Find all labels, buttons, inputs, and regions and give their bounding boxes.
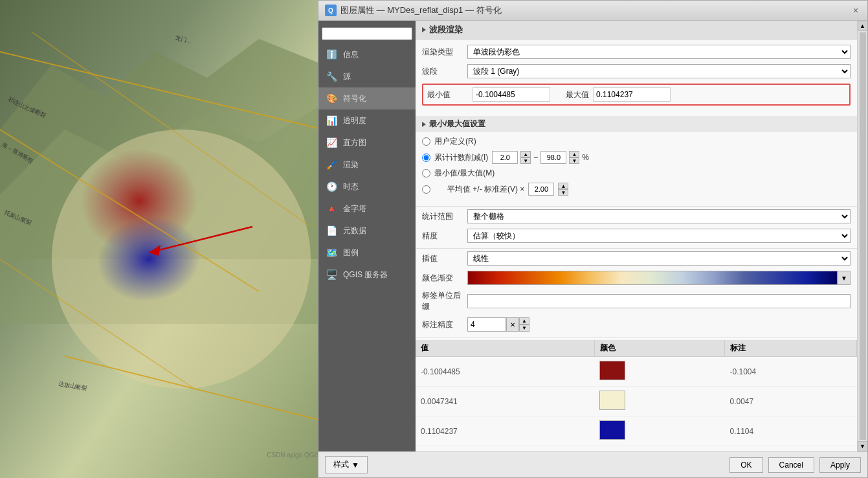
cum-separator: −	[533, 153, 538, 162]
accuracy-select[interactable]: 估算（较快） 精确	[467, 229, 851, 243]
table-cell-value-2: 0.0047341	[416, 387, 594, 416]
sidebar-item-pyramid[interactable]: 🔺 金字塔	[318, 198, 416, 220]
table-cell-color-1[interactable]	[594, 357, 724, 387]
precision-clear-button[interactable]: ✕	[506, 317, 519, 332]
qgis-server-icon: 🖥️	[325, 268, 338, 281]
cancel-button[interactable]: Cancel	[768, 457, 814, 473]
sidebar-item-qgis-server[interactable]: 🖥️ QGIS 服务器	[318, 264, 416, 286]
minmax-settings-header: 最小/最大值设置	[416, 116, 857, 132]
accuracy-row: 精度 估算（较快） 精确	[416, 229, 857, 243]
minmax-row: 最小值 最大值	[422, 84, 851, 106]
minmax-method-row: 最小值/最大值(M)	[422, 168, 851, 179]
cum-controls: ▲ ▼ − ▲ ▼ %	[492, 151, 589, 164]
layer-properties-dialog: Q 图层属性 — MYDes_reflat_disp1 — 符号化 × ℹ️ 信…	[318, 0, 868, 478]
color-ramp-menu-button[interactable]: ▼	[838, 271, 851, 285]
sidebar-item-transparency[interactable]: 📊 透明度	[318, 109, 416, 131]
sidebar-item-symbology[interactable]: 🎨 符号化	[318, 87, 416, 109]
rendering-icon: 🖌️	[325, 158, 338, 171]
sidebar-item-temporal[interactable]: 🕐 时态	[318, 176, 416, 198]
sidebar-item-legend[interactable]: 🗺️ 图例	[318, 242, 416, 264]
collapse-triangle[interactable]	[422, 27, 426, 32]
label-suffix-row: 标签单位后缀	[416, 290, 857, 312]
cum-min-input[interactable]	[492, 151, 518, 164]
render-type-select[interactable]: 单波段伪彩色 单波段灰度 多波段彩色	[467, 45, 851, 59]
stats-range-select[interactable]: 整个栅格 当前画布	[467, 209, 851, 223]
precision-spin: ▲ ▼	[519, 317, 529, 332]
precision-label: 标注精度	[422, 319, 467, 330]
sidebar-item-label-temporal: 时态	[343, 181, 359, 192]
sidebar-item-label-transparency: 透明度	[343, 115, 366, 126]
mean-down[interactable]: ▼	[558, 189, 568, 196]
sidebar-item-histogram[interactable]: 📈 直方图	[318, 131, 416, 154]
cum-max-down[interactable]: ▼	[569, 157, 579, 164]
color-ramp-row: 颜色渐变 ▼	[416, 271, 857, 285]
sidebar-item-metadata[interactable]: 📄 元数据	[318, 220, 416, 242]
sidebar-item-label-pyramid: 金字塔	[343, 203, 366, 214]
sidebar-item-label-info: 信息	[343, 49, 359, 60]
sidebar-item-rendering[interactable]: 🖌️ 渲染	[318, 154, 416, 176]
color-table: 值 颜色 标注 -0.1004485 -0.1004 0.0047341	[416, 340, 857, 446]
label-suffix-input[interactable]	[467, 294, 851, 308]
transparency-icon: 📊	[325, 114, 338, 127]
accuracy-label: 精度	[422, 231, 467, 242]
color-swatch-1[interactable]	[599, 361, 625, 380]
color-swatch-3[interactable]	[599, 420, 625, 440]
minmax-method-radio[interactable]	[422, 169, 430, 177]
table-header-color: 颜色	[594, 340, 724, 357]
precision-input[interactable]	[467, 317, 506, 332]
cum-min-down[interactable]: ▼	[520, 157, 531, 164]
precision-up-button[interactable]: ▲	[519, 317, 529, 324]
histogram-icon: 📈	[325, 136, 338, 149]
max-value-input[interactable]	[593, 87, 671, 102]
min-value-input[interactable]	[473, 87, 550, 102]
cum-min-up[interactable]: ▲	[520, 151, 531, 157]
map-canvas: 龙门... 祁连山北缘断裂 海－俄博断裂 托莱山断裂 达坂山断裂 CSDN ay…	[0, 0, 324, 478]
stats-range-label: 统计范围	[422, 211, 467, 222]
user-defined-radio[interactable]	[422, 137, 430, 146]
scrollbar-thumb[interactable]	[860, 32, 866, 440]
color-ramp-display[interactable]	[467, 271, 838, 285]
mean-stddev-input[interactable]	[528, 183, 554, 196]
mean-up[interactable]: ▲	[558, 183, 568, 189]
table-cell-color-2[interactable]	[594, 387, 724, 416]
ok-button[interactable]: OK	[729, 457, 762, 473]
precision-down-button[interactable]: ▼	[519, 324, 529, 332]
mean-stddev-controls: 平均值 +/- 标准差(V) × ▲ ▼	[434, 183, 568, 196]
cum-max-input[interactable]	[540, 151, 566, 164]
minmax-collapse-triangle[interactable]	[422, 122, 426, 127]
stats-range-row: 统计范围 整个栅格 当前画布	[416, 209, 857, 223]
section-header-band-rendering: 波段渲染	[416, 21, 857, 40]
scrollbar-down-button[interactable]: ▼	[858, 441, 868, 451]
close-button[interactable]: ×	[851, 5, 861, 16]
mean-stddev-radio[interactable]	[422, 185, 430, 194]
sidebar-item-info[interactable]: ℹ️ 信息	[318, 43, 416, 65]
interpolation-label: 插值	[422, 253, 467, 264]
color-swatch-2[interactable]	[599, 391, 625, 410]
dialog-title: 图层属性 — MYDes_reflat_disp1 — 符号化	[340, 5, 502, 16]
interpolation-row: 插值 线性 离散 精确	[416, 251, 857, 266]
table-row: 0.1104237 0.1104	[416, 416, 857, 446]
cumulative-radio[interactable]	[422, 154, 430, 162]
table-cell-label-3: 0.1104	[725, 416, 857, 446]
apply-button[interactable]: Apply	[819, 457, 861, 473]
cumulative-label: 累计计数削减(I)	[434, 152, 488, 163]
metadata-icon: 📄	[325, 224, 338, 237]
qgis-icon: Q	[325, 5, 337, 16]
watermark: CSDN ayigo QGIS	[267, 451, 320, 459]
source-icon: 🔧	[325, 70, 338, 83]
sidebar-item-label-symbology: 符号化	[343, 93, 366, 104]
sidebar-search-input[interactable]	[322, 27, 412, 40]
scrollbar-up-button[interactable]: ▲	[858, 21, 868, 31]
sidebar-item-label-qgis-server: QGIS 服务器	[343, 269, 388, 280]
cum-max-up[interactable]: ▲	[569, 151, 579, 157]
table-row: 0.0047341 0.0047	[416, 387, 857, 416]
symbology-icon: 🎨	[325, 92, 338, 105]
style-button[interactable]: 样式 ▼	[325, 456, 368, 473]
interpolation-select[interactable]: 线性 离散 精确	[467, 251, 851, 266]
band-select[interactable]: 波段 1 (Gray)	[467, 64, 851, 78]
sidebar-item-label-histogram: 直方图	[343, 137, 366, 148]
table-cell-color-3[interactable]	[594, 416, 724, 446]
sidebar-item-source[interactable]: 🔧 源	[318, 65, 416, 87]
info-icon: ℹ️	[325, 48, 338, 61]
cumulative-row: 累计计数削减(I) ▲ ▼ − ▲ ▼	[422, 151, 851, 164]
